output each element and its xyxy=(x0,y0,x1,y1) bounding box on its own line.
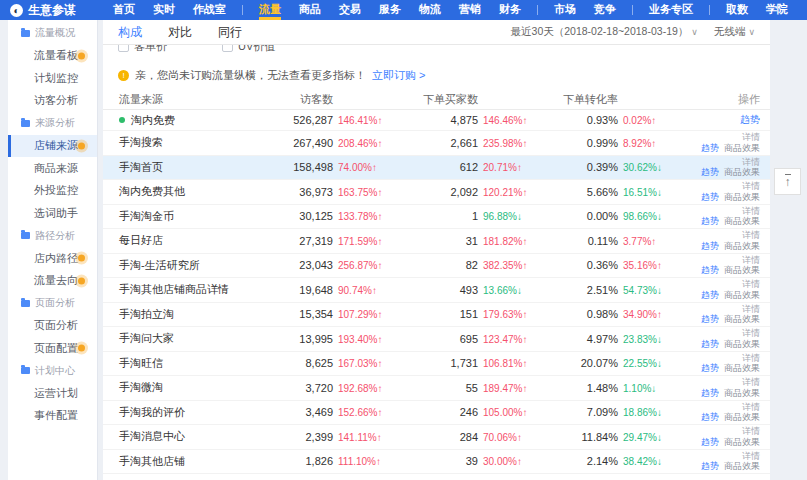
cell-actions: 详情趋势商品效果 xyxy=(688,157,770,178)
sidebar-item-11[interactable]: 店内路径 xyxy=(8,247,97,270)
detail-link[interactable]: 详情 xyxy=(742,426,760,437)
item-effect-link[interactable]: 商品效果 xyxy=(724,290,760,300)
detail-link[interactable]: 详情 xyxy=(742,157,760,168)
table-row: 手淘-生活研究所23,043256.87%↑82382.35%↑0.36%35.… xyxy=(103,254,770,279)
metric-change: 189.47%↑ xyxy=(483,383,527,394)
sidebar-item-17[interactable]: 运营计划 xyxy=(8,382,97,405)
sidebar-item-12[interactable]: 流量去向 xyxy=(8,270,97,293)
metric-checkbox-2[interactable]: UV价值 xyxy=(222,45,275,54)
tab-3[interactable]: 同行 xyxy=(218,24,242,41)
nav-item-12[interactable]: 竞争 xyxy=(594,0,616,20)
cell-actions: 详情趋势商品效果 xyxy=(688,328,770,349)
main-panel: 构成对比同行 最近30天（2018-02-18~2018-03-19）∨ 无线端… xyxy=(103,20,770,480)
cell-buyers: 55189.47%↑ xyxy=(408,382,548,394)
sidebar-item-9[interactable]: 选词助手 xyxy=(8,202,97,225)
trend-link[interactable]: 趋势 xyxy=(701,412,719,422)
nav-item-7[interactable]: 服务 xyxy=(379,0,401,20)
checkbox-box-icon[interactable] xyxy=(222,45,233,52)
detail-link[interactable]: 详情 xyxy=(742,353,760,364)
nav-item-11[interactable]: 市场 xyxy=(554,0,576,20)
trend-link[interactable]: 趋势 xyxy=(701,339,719,349)
detail-link[interactable]: 详情 xyxy=(742,451,760,462)
item-effect-link[interactable]: 商品效果 xyxy=(724,143,760,153)
trend-link[interactable]: 趋势 xyxy=(701,314,719,324)
item-effect-link[interactable]: 商品效果 xyxy=(724,314,760,324)
nav-item-8[interactable]: 物流 xyxy=(419,0,441,20)
checkbox-box-icon[interactable] xyxy=(118,45,129,52)
sidebar-item-3[interactable]: 计划监控 xyxy=(8,67,97,90)
metric-value: 2,399 xyxy=(263,431,333,443)
nav-item-9[interactable]: 营销 xyxy=(459,0,481,20)
trend-link[interactable]: 趋势 xyxy=(701,290,719,300)
sidebar-item-18[interactable]: 事件配置 xyxy=(8,405,97,428)
table-header: 流量来源 访客数 下单买家数 下单转化率 操作 xyxy=(103,89,770,110)
detail-link[interactable]: 详情 xyxy=(742,304,760,315)
terminal-select[interactable]: 无线端∨ xyxy=(714,25,755,39)
detail-link[interactable]: 详情 xyxy=(742,206,760,217)
tab-2[interactable]: 对比 xyxy=(168,24,192,41)
detail-link[interactable]: 详情 xyxy=(742,132,760,143)
date-range-select[interactable]: 最近30天（2018-02-18~2018-03-19）∨ xyxy=(511,25,698,39)
metric-checkbox-1[interactable]: 客单价 xyxy=(118,45,167,54)
trend-link[interactable]: 趋势 xyxy=(701,241,719,251)
sidebar-item-4[interactable]: 访客分析 xyxy=(8,90,97,113)
trend-link[interactable]: 趋势 xyxy=(701,363,719,373)
trend-link[interactable]: 趋势 xyxy=(740,115,760,126)
trend-link[interactable]: 趋势 xyxy=(701,461,719,471)
trend-link[interactable]: 趋势 xyxy=(701,265,719,275)
nav-item-2[interactable]: 实时 xyxy=(153,0,175,20)
nav-item-13[interactable]: 业务专区 xyxy=(649,0,693,20)
detail-link[interactable]: 详情 xyxy=(742,255,760,266)
metric-change: 171.59%↑ xyxy=(338,236,382,247)
sidebar-item-label: 选词助手 xyxy=(34,206,78,221)
nav-item-5[interactable]: 商品 xyxy=(299,0,321,20)
trend-link[interactable]: 趋势 xyxy=(701,143,719,153)
item-effect-link[interactable]: 商品效果 xyxy=(724,265,760,275)
sidebar-item-14[interactable]: 页面分析 xyxy=(8,315,97,338)
ops-line-2: 趋势商品效果 xyxy=(701,290,760,301)
nav-item-6[interactable]: 交易 xyxy=(339,0,361,20)
detail-link[interactable]: 详情 xyxy=(742,181,760,192)
nav-item-10[interactable]: 财务 xyxy=(499,0,521,20)
nav-divider xyxy=(537,5,538,15)
subscribe-link[interactable]: 立即订购 > xyxy=(372,68,425,83)
detail-link[interactable]: 详情 xyxy=(742,230,760,241)
trend-link[interactable]: 趋势 xyxy=(701,216,719,226)
nav-item-1[interactable]: 首页 xyxy=(113,0,135,20)
nav-item-14[interactable]: 取数 xyxy=(726,0,748,20)
detail-link[interactable]: 详情 xyxy=(742,279,760,290)
item-effect-link[interactable]: 商品效果 xyxy=(724,339,760,349)
item-effect-link[interactable]: 商品效果 xyxy=(724,461,760,471)
detail-link[interactable]: 详情 xyxy=(742,402,760,413)
trend-link[interactable]: 趋势 xyxy=(701,192,719,202)
nav-item-15[interactable]: 学院 xyxy=(766,0,788,20)
nav-item-3[interactable]: 作战室 xyxy=(193,0,226,20)
sidebar-item-15[interactable]: 页面配置 xyxy=(8,337,97,360)
item-effect-link[interactable]: 商品效果 xyxy=(724,192,760,202)
detail-link[interactable]: 详情 xyxy=(742,328,760,339)
sidebar-item-8[interactable]: 外投监控 xyxy=(8,180,97,203)
table-row: 手淘我的评价3,469152.66%↑246105.00%↑7.09%18.86… xyxy=(103,401,770,426)
item-effect-link[interactable]: 商品效果 xyxy=(724,241,760,251)
nav-item-4[interactable]: 流量 xyxy=(259,0,281,20)
back-to-top-button[interactable]: ↑ xyxy=(774,168,801,195)
sidebar-item-6[interactable]: 店铺来源 xyxy=(8,135,97,158)
item-effect-link[interactable]: 商品效果 xyxy=(724,388,760,398)
sidebar-item-7[interactable]: 商品来源 xyxy=(8,157,97,180)
table-row: 手淘其他店铺商品详情19,64890.74%↑49313.66%↓2.51%54… xyxy=(103,278,770,303)
metric-value: 493 xyxy=(408,284,478,296)
metric-change: 3.77%↑ xyxy=(623,236,656,247)
item-effect-link[interactable]: 商品效果 xyxy=(724,437,760,447)
detail-link[interactable]: 详情 xyxy=(742,377,760,388)
trend-link[interactable]: 趋势 xyxy=(701,167,719,177)
trend-link[interactable]: 趋势 xyxy=(701,388,719,398)
item-effect-link[interactable]: 商品效果 xyxy=(724,363,760,373)
tab-1[interactable]: 构成 xyxy=(118,24,142,41)
trend-link[interactable]: 趋势 xyxy=(701,437,719,447)
item-effect-link[interactable]: 商品效果 xyxy=(724,167,760,177)
item-effect-link[interactable]: 商品效果 xyxy=(724,412,760,422)
metric-value: 151 xyxy=(408,308,478,320)
sidebar-item-label: 页面配置 xyxy=(34,341,78,356)
sidebar-item-2[interactable]: 流量看板 xyxy=(8,45,97,68)
item-effect-link[interactable]: 商品效果 xyxy=(724,216,760,226)
